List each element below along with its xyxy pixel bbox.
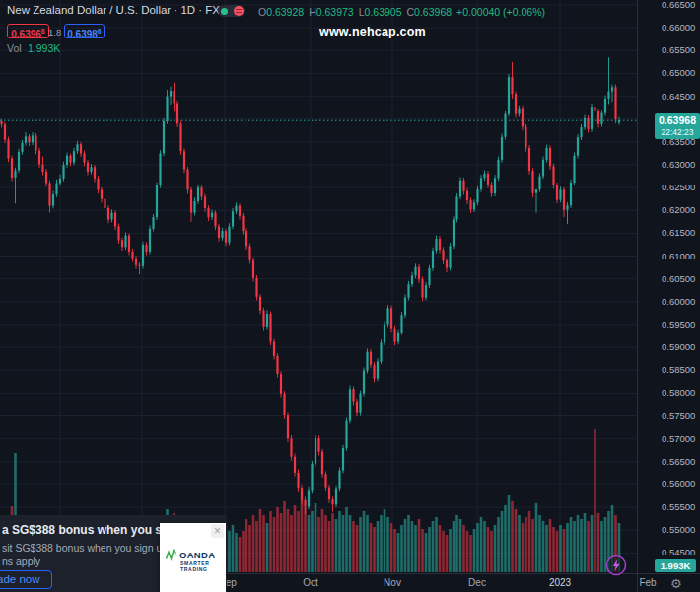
- volume-bar: [239, 537, 242, 572]
- candle: [324, 474, 326, 487]
- volume-bar: [338, 511, 341, 572]
- candle: [255, 278, 257, 297]
- candle: [183, 151, 185, 170]
- volume-bar: [411, 521, 414, 572]
- watermark: www.nehcap.com: [319, 25, 426, 38]
- candle: [487, 174, 489, 185]
- candle: [455, 196, 457, 219]
- volume-bar: [393, 529, 396, 572]
- candle: [117, 227, 119, 241]
- candle: [414, 267, 416, 276]
- candle: [573, 156, 575, 183]
- candle: [317, 438, 319, 451]
- legend-visibility-toggle[interactable]: [218, 5, 245, 17]
- candle: [525, 127, 526, 148]
- candle: [321, 452, 323, 475]
- candle: [94, 167, 96, 179]
- candle: [83, 153, 85, 162]
- sell-price-button[interactable]: 0.63968: [7, 24, 49, 38]
- volume-bar: [556, 531, 559, 572]
- candle: [393, 329, 395, 342]
- volume-bar: [432, 521, 435, 572]
- volume-bar: [566, 523, 569, 572]
- trade-now-button[interactable]: ade now: [0, 570, 52, 589]
- volume-bar: [255, 521, 258, 572]
- candle: [304, 500, 306, 507]
- buy-price-button[interactable]: 0.63986: [64, 24, 105, 38]
- trading-chart-window: New Zealand Dollar / U.S. Dollar · 1D · …: [0, 0, 700, 592]
- candle: [41, 165, 43, 172]
- volume-bar: [439, 525, 442, 572]
- candle: [252, 260, 254, 278]
- candle: [411, 275, 413, 284]
- candle: [218, 227, 220, 239]
- volume-bar: [414, 525, 417, 572]
- candle: [28, 136, 30, 142]
- candle: [297, 473, 299, 488]
- candle: [611, 87, 613, 91]
- volume-bar: [266, 523, 269, 572]
- volume-bar: [473, 529, 476, 572]
- candle: [542, 160, 544, 177]
- candle: [104, 199, 105, 208]
- candle: [469, 200, 471, 209]
- oanda-card[interactable]: × OANDA SMARTER TRADING: [160, 523, 226, 592]
- candle: [501, 137, 503, 160]
- volume-bar: [594, 429, 596, 572]
- candle: [328, 488, 330, 500]
- price-tick-label: 0.63000: [662, 160, 695, 170]
- ad-terms: ns apply: [2, 555, 40, 567]
- spread-value: 1.8: [48, 27, 61, 37]
- volume-bar: [455, 515, 458, 572]
- boost-icon[interactable]: [603, 553, 629, 578]
- candle: [315, 438, 316, 464]
- last-price: 0.63968: [655, 113, 700, 127]
- volume-bar: [373, 527, 376, 572]
- ad-banner[interactable]: a SG$388 bonus when you sign up. sit SG$…: [0, 515, 227, 592]
- volume-bar: [297, 511, 300, 572]
- price-tick-label: 0.62000: [662, 205, 695, 215]
- price-tick-label: 0.64500: [662, 92, 695, 102]
- candle: [531, 171, 533, 193]
- candle: [607, 92, 609, 99]
- gear-icon[interactable]: ⚙: [670, 576, 682, 591]
- candle: [390, 308, 392, 328]
- volume-bar: [453, 521, 455, 572]
- candle: [384, 325, 385, 343]
- volume-bar: [232, 525, 235, 572]
- close-icon[interactable]: ×: [211, 524, 224, 538]
- candle: [577, 137, 579, 156]
- candle: [594, 107, 595, 111]
- candle: [110, 213, 112, 220]
- candle: [459, 181, 461, 197]
- ask-price: 0.6398: [67, 29, 98, 39]
- candle: [211, 213, 213, 218]
- volume-bar: [273, 517, 276, 572]
- candle: [552, 166, 554, 185]
- candle: [280, 374, 282, 394]
- volume-bar: [301, 499, 304, 572]
- symbol-title[interactable]: New Zealand Dollar / U.S. Dollar · 1D · …: [7, 4, 238, 16]
- candle: [245, 231, 247, 246]
- volume-bar: [259, 509, 262, 572]
- volume-bar: [359, 517, 362, 572]
- candle: [600, 113, 602, 124]
- volume-bar: [283, 501, 286, 572]
- candle: [197, 187, 199, 201]
- candle: [166, 97, 168, 122]
- candle: [483, 174, 485, 179]
- volume-bar: [280, 513, 283, 572]
- volume-bar: [390, 523, 393, 572]
- oanda-wordmark: OANDA: [179, 550, 215, 560]
- price-tick-label: 0.55500: [662, 502, 695, 512]
- volume-bar: [552, 527, 555, 572]
- volume-bar: [397, 533, 400, 572]
- volume-label: Vol: [7, 42, 22, 54]
- candle: [466, 191, 468, 200]
- volume-bar: [511, 501, 514, 572]
- price-tick-label: 0.61000: [662, 252, 695, 261]
- price-chart[interactable]: [0, 0, 700, 592]
- ask-price-pip: 6: [98, 28, 102, 35]
- menu-icon: [234, 6, 244, 16]
- candle: [345, 421, 347, 448]
